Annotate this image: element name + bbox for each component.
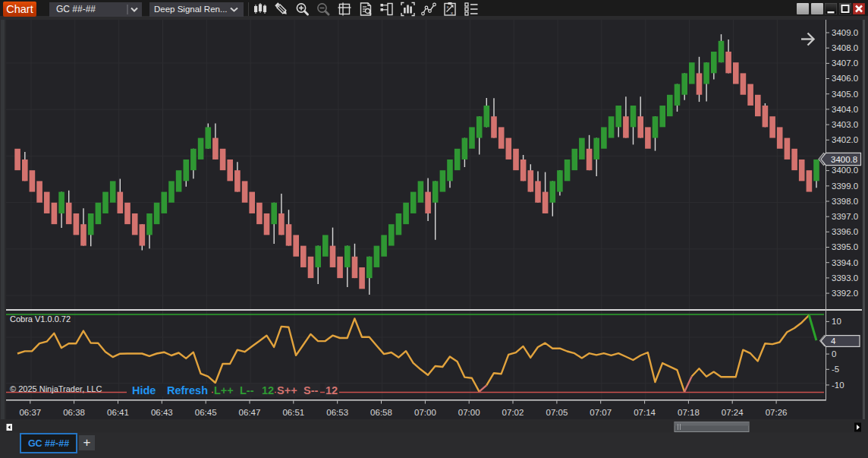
svg-text:3395.0: 3395.0 [832, 242, 858, 251]
svg-text:3392.0: 3392.0 [832, 289, 858, 298]
svg-text:06:43: 06:43 [151, 408, 173, 417]
svg-text:07:00: 07:00 [414, 408, 436, 417]
svg-text:L++: L++ [214, 384, 234, 396]
svg-text:06:38: 06:38 [63, 408, 85, 417]
svg-text:3393.0: 3393.0 [832, 273, 858, 283]
svg-text:4: 4 [831, 336, 836, 346]
svg-text:07:18: 07:18 [678, 408, 700, 417]
svg-text:3400.0: 3400.0 [832, 166, 858, 175]
svg-text:3402.0: 3402.0 [832, 135, 858, 144]
svg-text:06:58: 06:58 [370, 408, 392, 417]
svg-text:© 2025 NinjaTrader, LLC: © 2025 NinjaTrader, LLC [10, 384, 102, 393]
svg-text:3404.0: 3404.0 [832, 105, 858, 114]
svg-text:06:47: 06:47 [239, 408, 261, 417]
svg-text:3400.8: 3400.8 [831, 155, 857, 164]
svg-text:L--: L-- [240, 384, 254, 396]
svg-text:-5: -5 [832, 365, 839, 374]
svg-text:07:02: 07:02 [502, 408, 524, 417]
svg-text:12: 12 [262, 384, 274, 396]
svg-text:3408.0: 3408.0 [832, 43, 858, 52]
svg-text:3397.0: 3397.0 [832, 212, 858, 221]
svg-text:07:14: 07:14 [634, 408, 656, 417]
svg-text:06:45: 06:45 [195, 408, 217, 417]
svg-text:3405.0: 3405.0 [832, 90, 858, 99]
svg-text:3406.0: 3406.0 [832, 74, 858, 83]
svg-text:3399.0: 3399.0 [832, 182, 858, 191]
svg-text:S++: S++ [277, 384, 297, 396]
svg-text:06:41: 06:41 [107, 408, 129, 417]
svg-text:07:00: 07:00 [458, 408, 480, 417]
svg-text:x: x [447, 5, 449, 9]
svg-text:06:51: 06:51 [282, 408, 304, 417]
svg-text:3394.0: 3394.0 [832, 258, 858, 267]
svg-text:3396.0: 3396.0 [832, 227, 858, 236]
svg-text:10: 10 [832, 317, 841, 326]
svg-text:06:53: 06:53 [326, 408, 348, 417]
svg-text:S--: S-- [303, 384, 319, 396]
svg-text:Refresh: Refresh [167, 384, 208, 396]
svg-text:0: 0 [832, 349, 836, 359]
svg-text:07:05: 07:05 [546, 408, 568, 417]
svg-text:07:26: 07:26 [766, 408, 788, 417]
svg-text:-10: -10 [832, 381, 844, 390]
svg-text:3409.0: 3409.0 [832, 28, 858, 37]
svg-text:07:24: 07:24 [722, 408, 744, 417]
svg-text:06:37: 06:37 [19, 408, 41, 417]
svg-text:3403.0: 3403.0 [832, 120, 858, 129]
svg-text:3407.0: 3407.0 [832, 58, 858, 68]
svg-text:x: x [451, 11, 453, 15]
svg-text:Cobra V1.0.0.72: Cobra V1.0.0.72 [10, 314, 71, 324]
svg-text:Hide: Hide [132, 384, 156, 396]
svg-text:12: 12 [326, 384, 338, 396]
svg-text:07:07: 07:07 [590, 408, 612, 417]
svg-text:3398.0: 3398.0 [832, 197, 858, 206]
